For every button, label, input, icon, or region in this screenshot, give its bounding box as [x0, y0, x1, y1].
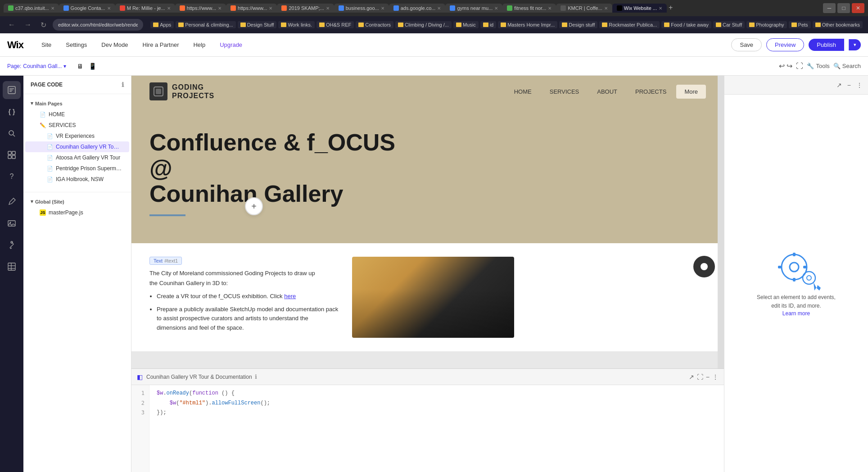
- sidebar-table-button[interactable]: [3, 258, 21, 276]
- tree-item-services[interactable]: ✏️ SERVICES: [25, 120, 129, 131]
- publish-button[interactable]: Publish: [809, 39, 844, 51]
- sidebar-elements-button[interactable]: [3, 146, 21, 164]
- nav-hire-partner[interactable]: Hire a Partner: [139, 40, 183, 50]
- tab-close[interactable]: ✕: [381, 6, 384, 11]
- fullscreen-button[interactable]: ⛶: [796, 62, 803, 70]
- back-button[interactable]: ←: [5, 20, 18, 30]
- tab-close[interactable]: ✕: [548, 6, 552, 11]
- chat-fab-button[interactable]: [693, 256, 715, 277]
- publish-dropdown-button[interactable]: ▾: [849, 39, 861, 50]
- bookmark-other[interactable]: Other bookmarks: [813, 21, 863, 28]
- rp-minus-button[interactable]: −: [845, 80, 853, 91]
- address-input[interactable]: [53, 19, 143, 31]
- desktop-view-button[interactable]: 🖥: [75, 61, 85, 72]
- browser-tab-4[interactable]: https://www... ✕: [175, 4, 226, 13]
- nav-more[interactable]: More: [676, 85, 706, 99]
- tab-close[interactable]: ✕: [218, 6, 222, 11]
- maximize-button[interactable]: □: [837, 3, 850, 13]
- bookmark-photography[interactable]: Photography: [746, 21, 787, 28]
- sidebar-css-button[interactable]: { }: [3, 103, 21, 121]
- bookmark-contractors[interactable]: Contractors: [356, 21, 393, 28]
- sidebar-pagecode-button[interactable]: [3, 81, 21, 99]
- bookmark-masters[interactable]: Masters Home Impr...: [498, 21, 557, 28]
- nav-devmode[interactable]: Dev Mode: [98, 40, 131, 50]
- bookmark-id[interactable]: id: [480, 21, 497, 28]
- tab-close[interactable]: ✕: [51, 6, 54, 11]
- bookmark-climbing[interactable]: Climbing / Diving /...: [395, 21, 452, 28]
- code-expand-button[interactable]: ⛶: [697, 373, 703, 381]
- refresh-button[interactable]: ↻: [38, 20, 49, 30]
- tab-close[interactable]: ✕: [107, 6, 111, 11]
- mobile-view-button[interactable]: 📱: [87, 61, 98, 72]
- code-minus-button[interactable]: −: [706, 373, 710, 381]
- tree-item-iga[interactable]: 📄 IGA Holbrook, NSW: [25, 174, 129, 185]
- tab-close[interactable]: ✕: [494, 6, 498, 11]
- redo-button[interactable]: ↪: [787, 62, 792, 70]
- browser-tab-1[interactable]: c37.qbo.intuit... ✕: [4, 4, 59, 13]
- tab-close[interactable]: ✕: [167, 6, 171, 11]
- bookmark-food[interactable]: Food / take away: [661, 21, 711, 28]
- nav-services[interactable]: SERVICES: [542, 85, 588, 99]
- code-panel-info-icon[interactable]: ℹ: [255, 373, 257, 380]
- bookmark-ohs[interactable]: OH&S REF: [316, 21, 354, 28]
- browser-tab-12[interactable]: Wix Website ... ✕: [612, 4, 667, 13]
- sidebar-search-button[interactable]: [3, 124, 21, 142]
- nav-home[interactable]: HOME: [506, 85, 540, 99]
- browser-tab-3[interactable]: M Re: Millie - je... ✕: [115, 4, 175, 13]
- add-element-button[interactable]: +: [245, 197, 263, 215]
- browser-tab-5[interactable]: https://www... ✕: [226, 4, 277, 13]
- code-more-button[interactable]: ⋮: [712, 373, 719, 381]
- sidebar-pen-button[interactable]: [3, 236, 21, 254]
- browser-tab-2[interactable]: Google Conta... ✕: [59, 4, 115, 13]
- main-pages-header[interactable]: ▾ Main Pages: [23, 98, 131, 109]
- here-link[interactable]: here: [284, 293, 296, 300]
- tab-close[interactable]: ✕: [269, 6, 272, 11]
- new-tab-button[interactable]: +: [667, 4, 674, 13]
- search-button[interactable]: 🔍 Search: [833, 63, 861, 69]
- code-resize-button[interactable]: ↗: [689, 373, 694, 381]
- tree-item-masterpage[interactable]: JS masterPage.js: [25, 207, 129, 218]
- tools-button[interactable]: 🔧 Tools: [807, 63, 829, 69]
- canvas-area[interactable]: GODING PROJECTS HOME SERVICES ABOUT PROJ…: [131, 76, 724, 368]
- tab-close[interactable]: ✕: [604, 6, 608, 11]
- sidebar-media-button[interactable]: [3, 214, 21, 232]
- canvas-scrollbar[interactable]: [718, 76, 724, 368]
- browser-tab-10[interactable]: fitness fit nor... ✕: [502, 4, 556, 13]
- tab-close[interactable]: ✕: [437, 6, 441, 11]
- minimize-button[interactable]: ─: [823, 3, 836, 13]
- browser-tab-8[interactable]: ads.google.co... ✕: [389, 4, 446, 13]
- save-button[interactable]: Save: [731, 38, 762, 51]
- bookmark-design[interactable]: Design Stuff: [238, 21, 277, 28]
- bookmark-apps[interactable]: Apps: [150, 21, 174, 28]
- browser-tab-7[interactable]: business.goo... ✕: [334, 4, 389, 13]
- tab-close[interactable]: ✕: [326, 6, 330, 11]
- nav-upgrade[interactable]: Upgrade: [216, 40, 246, 50]
- nav-settings[interactable]: Settings: [62, 40, 90, 50]
- nav-projects[interactable]: PROJECTS: [627, 85, 674, 99]
- bookmark-work[interactable]: Work links.: [278, 21, 315, 28]
- sidebar-design-button[interactable]: [3, 193, 21, 211]
- sidebar-question-button[interactable]: ?: [3, 168, 21, 186]
- forward-button[interactable]: →: [22, 20, 34, 30]
- tree-item-vr[interactable]: 📄 VR Experiences: [25, 131, 129, 141]
- bookmark-pets[interactable]: Pets: [789, 21, 811, 28]
- bookmark-design2[interactable]: Design stuff: [559, 21, 597, 28]
- info-icon[interactable]: ℹ: [122, 81, 124, 88]
- browser-tab-6[interactable]: 2019 SKAMP;... ✕: [277, 4, 334, 13]
- nav-about[interactable]: ABOUT: [589, 85, 625, 99]
- bookmark-personal[interactable]: Personal & climbing...: [176, 21, 235, 28]
- code-content[interactable]: $w.onReady(function () { $w("#html1").al…: [149, 385, 724, 472]
- preview-button[interactable]: Preview: [766, 38, 804, 51]
- tree-item-atoosa[interactable]: 📄 Atoosa Art Gallery VR Tour: [25, 152, 129, 163]
- tab-close[interactable]: ✕: [659, 6, 662, 11]
- tree-item-home[interactable]: 📄 HOME: [25, 109, 129, 120]
- learn-more-link[interactable]: Learn more: [782, 310, 810, 317]
- undo-button[interactable]: ↩: [779, 62, 785, 70]
- tree-item-counihan[interactable]: 📄 Counihan Gallery VR Tour & D...: [25, 141, 129, 152]
- global-section-header[interactable]: ▾ Global (Site): [23, 196, 131, 207]
- nav-site[interactable]: Site: [38, 40, 55, 50]
- rp-resize-button[interactable]: ↗: [835, 80, 844, 91]
- bookmark-music[interactable]: Music: [453, 21, 479, 28]
- browser-tab-11[interactable]: KMCR | Coffe... ✕: [556, 4, 612, 13]
- close-button[interactable]: ✕: [852, 3, 864, 13]
